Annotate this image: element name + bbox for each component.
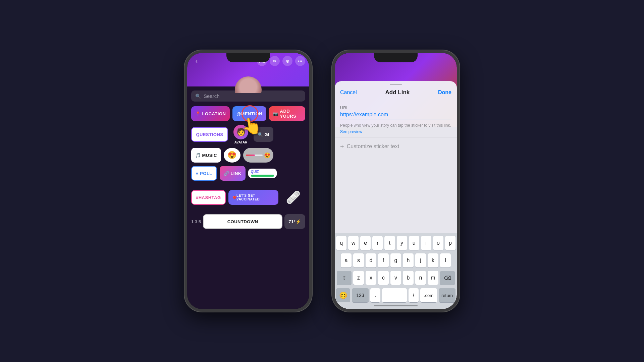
search-input[interactable]: Search bbox=[204, 93, 220, 99]
url-hint-text: People who view your story can tap the s… bbox=[340, 123, 451, 128]
key-d[interactable]: d bbox=[366, 253, 376, 267]
temperature-label: 71°⚡ bbox=[288, 219, 301, 224]
key-o[interactable]: o bbox=[433, 236, 443, 250]
avatar-label: AVATAR bbox=[234, 140, 248, 144]
see-preview-link[interactable]: See preview bbox=[340, 129, 362, 134]
music-icon: 🎵 bbox=[195, 153, 201, 158]
key-q[interactable]: q bbox=[336, 236, 346, 250]
key-m[interactable]: m bbox=[428, 271, 438, 285]
key-e[interactable]: e bbox=[360, 236, 371, 250]
sticker-panel: 🔍 Search 📍 LOCATION @MENTION 📷 ADD YOURS bbox=[187, 86, 309, 309]
music-label: MUSIC bbox=[202, 153, 217, 158]
key-t[interactable]: t bbox=[384, 236, 395, 250]
gif-label: GI bbox=[265, 132, 270, 137]
add-yours-sticker[interactable]: 📷 ADD YOURS bbox=[269, 106, 305, 121]
slider-sticker[interactable]: 😍 bbox=[243, 148, 273, 163]
customize-text[interactable]: Customize sticker text bbox=[347, 143, 399, 149]
more-icon[interactable]: ••• bbox=[295, 56, 305, 66]
back-icon[interactable]: ‹ bbox=[191, 56, 202, 66]
slash-key[interactable]: / bbox=[409, 288, 419, 302]
space-key[interactable] bbox=[382, 288, 407, 302]
emoji-key[interactable]: 😊 bbox=[336, 288, 350, 302]
poll-sticker[interactable]: ≡ POLL bbox=[191, 166, 217, 181]
hashtag-label: #HASHTAG bbox=[196, 195, 221, 200]
key-v[interactable]: v bbox=[390, 271, 401, 285]
camera-icon: 📷 bbox=[273, 111, 279, 116]
slider-emoji: 😍 bbox=[264, 152, 271, 159]
key-u[interactable]: u bbox=[409, 236, 419, 250]
period-key[interactable]: . bbox=[370, 288, 380, 302]
countdown-preview: 1 3 5 bbox=[191, 219, 201, 224]
keyboard-row-1: q w e r t y u i o p bbox=[336, 236, 455, 250]
link-sticker[interactable]: 🔗 LINK bbox=[220, 166, 246, 181]
key-x[interactable]: x bbox=[366, 271, 376, 285]
home-indicator bbox=[374, 305, 418, 306]
search-icon: 🔍 bbox=[195, 94, 201, 99]
customize-row[interactable]: + Customize sticker text bbox=[335, 137, 457, 156]
quiz-label: QUIZ bbox=[251, 170, 274, 174]
quiz-sticker[interactable]: QUIZ bbox=[248, 169, 277, 178]
right-notch bbox=[374, 53, 418, 62]
key-i[interactable]: i bbox=[421, 236, 431, 250]
delete-key[interactable]: ⌫ bbox=[440, 271, 455, 285]
plus-icon: + bbox=[340, 143, 344, 150]
slider-track bbox=[246, 155, 263, 156]
key-y[interactable]: y bbox=[397, 236, 407, 250]
dotcom-key[interactable]: .com bbox=[420, 288, 437, 302]
music-sticker[interactable]: 🎵 MUSIC bbox=[191, 148, 221, 163]
url-input-wrap: https://example.com bbox=[340, 112, 451, 120]
countdown-sticker[interactable]: COUNTDOWN bbox=[203, 214, 282, 229]
hashtag-sticker[interactable]: #HASHTAG bbox=[191, 190, 226, 205]
vaccinated-label: LET'S GET VACCINATED bbox=[236, 194, 274, 201]
num-key[interactable]: 123 bbox=[352, 288, 369, 302]
key-b[interactable]: b bbox=[403, 271, 414, 285]
keyboard-row-4: 😊 123 . / .com return bbox=[336, 288, 455, 302]
key-n[interactable]: n bbox=[415, 271, 426, 285]
key-a[interactable]: a bbox=[341, 253, 352, 267]
key-k[interactable]: k bbox=[428, 253, 438, 267]
return-key[interactable]: return bbox=[439, 288, 455, 302]
sticker-row-3: 🎵 MUSIC 😍 😍 bbox=[191, 148, 305, 163]
questions-sticker[interactable]: QUESTIONS bbox=[191, 127, 228, 142]
heart-icon: ❤️ bbox=[232, 196, 237, 199]
key-s[interactable]: s bbox=[353, 253, 364, 267]
vaccinated-sticker[interactable]: ❤️ LET'S GET VACCINATED bbox=[228, 190, 279, 205]
add-icon[interactable]: ⊕ bbox=[282, 56, 292, 66]
emoji-sticker[interactable]: 😍 bbox=[224, 148, 240, 163]
right-screen: Cancel Add Link Done URL https://example… bbox=[335, 53, 457, 309]
key-p[interactable]: p bbox=[445, 236, 455, 250]
right-phone: Cancel Add Link Done URL https://example… bbox=[332, 50, 460, 312]
done-button[interactable]: Done bbox=[438, 89, 451, 96]
location-icon: 📍 bbox=[195, 111, 201, 116]
url-section: URL https://example.com People who view … bbox=[335, 100, 457, 134]
location-sticker[interactable]: 📍 LOCATION bbox=[191, 106, 230, 121]
bottom-stickers: 1 3 5 COUNTDOWN 71°⚡ bbox=[191, 214, 305, 230]
keyboard: q w e r t y u i o p a s d f g bbox=[335, 233, 457, 309]
countdown-numbers: 1 3 5 bbox=[191, 219, 201, 224]
url-hint-section: People who view your story can tap the s… bbox=[340, 122, 451, 134]
url-input[interactable]: https://example.com bbox=[340, 112, 388, 117]
cancel-button[interactable]: Cancel bbox=[340, 89, 357, 96]
keyboard-row-2: a s d f g h j k l bbox=[336, 253, 455, 267]
temperature-sticker[interactable]: 71°⚡ bbox=[284, 214, 305, 229]
shift-key[interactable]: ⇧ bbox=[337, 271, 352, 285]
panel-drag-handle bbox=[390, 84, 402, 85]
key-h[interactable]: h bbox=[403, 253, 414, 267]
sticker-row-5: #HASHTAG ❤️ LET'S GET VACCINATED 🩹 bbox=[191, 184, 305, 211]
bandaid-sticker[interactable]: 🩹 bbox=[281, 184, 305, 211]
key-w[interactable]: w bbox=[348, 236, 359, 250]
key-f[interactable]: f bbox=[378, 253, 389, 267]
sticker-row-4: ≡ POLL 🔗 LINK QUIZ 👆 bbox=[191, 166, 305, 181]
key-j[interactable]: j bbox=[415, 253, 426, 267]
key-r[interactable]: r bbox=[372, 236, 383, 250]
key-z[interactable]: z bbox=[353, 271, 364, 285]
key-c[interactable]: c bbox=[378, 271, 389, 285]
location-label: LOCATION bbox=[202, 111, 226, 116]
link-label: 🔗 LINK bbox=[224, 171, 241, 176]
key-l[interactable]: l bbox=[440, 253, 451, 267]
url-label: URL bbox=[340, 106, 451, 110]
panel-header: Cancel Add Link Done bbox=[335, 88, 457, 100]
draw-icon[interactable]: ✏ bbox=[270, 56, 280, 66]
key-g[interactable]: g bbox=[390, 253, 401, 267]
panel-title: Add Link bbox=[385, 89, 410, 96]
